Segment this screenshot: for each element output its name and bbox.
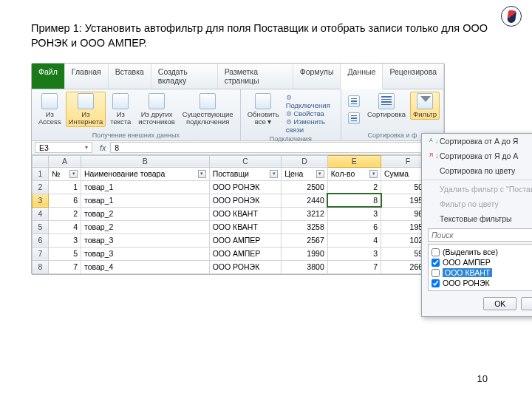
sort-za-item[interactable]: Сортировка от Я до А: [422, 149, 532, 163]
tab-create[interactable]: Создать вкладку: [151, 64, 218, 89]
cell[interactable]: Поставщи▾: [209, 167, 282, 180]
ok-button[interactable]: OK: [483, 297, 516, 310]
slide-title: Пример 1: Установить автофильтр для поля…: [31, 21, 489, 51]
text-filters-item[interactable]: Текстовые фильтры▸: [422, 211, 532, 226]
col-B[interactable]: B: [81, 155, 210, 167]
formula-bar-row: E3 fx 8: [32, 141, 444, 155]
ribbon-tabs: Файл Главная Вставка Создать вкладку Раз…: [32, 64, 444, 89]
filter-dropdown-icon[interactable]: ▾: [69, 170, 78, 178]
tab-layout[interactable]: Разметка страницы: [218, 64, 293, 89]
sort-button[interactable]: Сортировка: [364, 92, 409, 120]
autofilter-popup: Сортировка от А до Я Сортировка от Я до …: [421, 133, 532, 317]
filter-button[interactable]: Фильтр: [410, 92, 440, 120]
row-head-4[interactable]: 4: [33, 207, 49, 220]
ribbon-body: Из Access Из Интернета Из текста Из друг…: [32, 89, 444, 141]
filter-search-box[interactable]: 🔍: [428, 228, 532, 242]
fx-icon[interactable]: fx: [95, 143, 110, 152]
from-access-button[interactable]: Из Access: [35, 92, 64, 127]
sort-az-button[interactable]: [345, 94, 363, 110]
conn-sublist: Подключения Свойства Изменить связи: [284, 92, 337, 135]
row-head-5[interactable]: 5: [33, 220, 49, 233]
col-C[interactable]: C: [209, 155, 282, 167]
cell[interactable]: Наименование товара▾: [81, 167, 210, 180]
active-cell[interactable]: 8: [327, 194, 381, 207]
from-text-button[interactable]: Из текста: [107, 92, 134, 127]
row-head-7[interactable]: 7: [33, 247, 49, 260]
filter-option-kvant[interactable]: ООО КВАНТ: [432, 267, 532, 278]
cell[interactable]: №▾: [49, 167, 81, 180]
clear-filter-item: Удалить фильтр с "Поставщик": [422, 182, 532, 197]
filter-dropdown-icon[interactable]: ▾: [316, 170, 324, 178]
group-external-label: Получение внешних данных: [35, 132, 236, 140]
filter-dropdown-icon[interactable]: ▾: [198, 170, 206, 178]
col-E[interactable]: E: [327, 155, 381, 167]
tab-review[interactable]: Рецензирова: [383, 64, 444, 89]
from-other-button[interactable]: Из других источников: [135, 92, 177, 127]
formula-bar[interactable]: 8: [110, 142, 441, 153]
select-all-checkbox[interactable]: (Выделить все): [432, 247, 532, 257]
editlinks-item[interactable]: Изменить связи: [286, 117, 335, 134]
row-head-1[interactable]: 1: [33, 167, 49, 180]
col-A[interactable]: A: [49, 155, 81, 167]
filter-search-input[interactable]: [432, 231, 532, 239]
row-head-3[interactable]: 3: [33, 194, 49, 207]
tab-formulas[interactable]: Формулы: [293, 64, 341, 89]
cancel-button[interactable]: Отмена: [521, 297, 532, 310]
filter-option-ronek[interactable]: ООО РОНЭК: [432, 278, 532, 288]
filter-option-amper[interactable]: ООО АМПЕР: [432, 257, 532, 267]
col-D[interactable]: D: [282, 155, 328, 167]
name-box[interactable]: E3: [35, 142, 92, 153]
tab-insert[interactable]: Вставка: [109, 64, 151, 89]
from-web-button[interactable]: Из Интернета: [66, 92, 106, 127]
conn-item[interactable]: Подключения: [286, 93, 335, 109]
sort-by-color-item[interactable]: Сортировка по цвету▸: [422, 163, 532, 178]
worksheet: A B C D E F G 1 №▾ Наименование товара▾ …: [32, 155, 444, 274]
existing-conn-button[interactable]: Существующие подключения: [180, 92, 236, 127]
row-head-2[interactable]: 2: [33, 180, 49, 194]
row-head-8[interactable]: 8: [33, 260, 49, 273]
refresh-all-button[interactable]: Обновить все ▾: [245, 92, 282, 127]
select-all-corner[interactable]: [33, 155, 49, 167]
brand-logo: [501, 6, 522, 27]
cell[interactable]: Кол-во▾: [327, 167, 381, 180]
page-number: 10: [477, 373, 488, 384]
filter-value-list: (Выделить все) ООО АМПЕР ООО КВАНТ ООО Р…: [428, 244, 532, 291]
sort-za-button[interactable]: [345, 111, 363, 127]
sort-az-item[interactable]: Сортировка от А до Я: [422, 134, 532, 149]
row-head-6[interactable]: 6: [33, 233, 49, 247]
filter-by-color-item: Фильтр по цвету▸: [422, 197, 532, 211]
filter-dropdown-icon[interactable]: ▾: [369, 170, 378, 178]
cell[interactable]: Цена▾: [282, 167, 328, 180]
filter-dropdown-icon[interactable]: ▾: [270, 170, 278, 178]
tab-data[interactable]: Данные: [341, 64, 383, 89]
excel-window: Файл Главная Вставка Создать вкладку Раз…: [31, 63, 445, 275]
tab-home[interactable]: Главная: [65, 64, 109, 89]
tab-file[interactable]: Файл: [32, 64, 65, 89]
props-item[interactable]: Свойства: [286, 109, 335, 117]
